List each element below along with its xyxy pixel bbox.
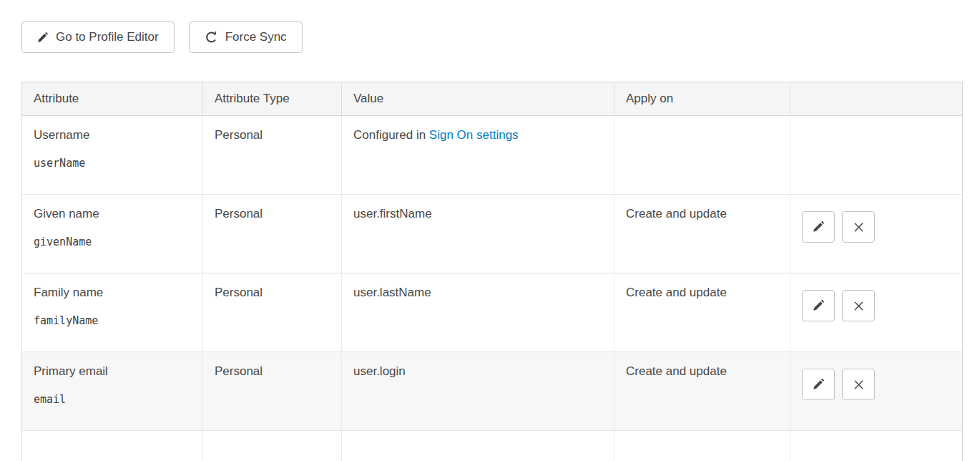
go-to-profile-editor-button[interactable]: Go to Profile Editor (21, 21, 175, 53)
close-icon (853, 301, 864, 311)
value-cell (342, 431, 614, 461)
attribute-label: Username (34, 128, 191, 142)
apply-on-cell: Create and update (614, 352, 790, 431)
remove-attribute-button[interactable] (842, 211, 875, 243)
remove-attribute-button[interactable] (842, 369, 875, 400)
attribute-mappings-table: Attribute Attribute Type Value Apply on … (21, 82, 963, 461)
value-text: Configured in (353, 128, 429, 142)
actions-cell (790, 431, 963, 461)
attribute-type-cell: Personal (203, 352, 342, 431)
actions-cell (790, 116, 963, 195)
refresh-icon (205, 31, 217, 44)
attribute-label: Given name (34, 207, 191, 221)
attribute-type-cell: Personal (203, 116, 342, 195)
attribute-cell (22, 431, 203, 461)
row-actions (802, 207, 951, 243)
go-to-profile-editor-label: Go to Profile Editor (56, 30, 159, 44)
force-sync-label: Force Sync (225, 30, 287, 44)
attribute-cell: Given name givenName (22, 195, 203, 273)
value-cell: user.login (342, 352, 614, 431)
force-sync-button[interactable]: Force Sync (189, 21, 303, 53)
table-row: Username userName Personal Configured in… (22, 116, 963, 195)
pencil-icon (37, 32, 48, 43)
pencil-icon (813, 300, 824, 311)
attribute-type-cell (203, 431, 342, 461)
attribute-variable-name: givenName (34, 236, 191, 248)
actions-cell (790, 273, 963, 352)
remove-attribute-button[interactable] (842, 290, 875, 321)
attribute-mappings-page: Go to Profile Editor Force Sync Attribut… (0, 0, 980, 461)
attribute-label: Primary email (34, 364, 191, 379)
column-header-attribute: Attribute (22, 82, 203, 116)
apply-on-cell (614, 431, 790, 461)
column-header-attribute-type: Attribute Type (203, 82, 342, 116)
attribute-type-cell: Personal (203, 195, 342, 273)
table-header-row: Attribute Attribute Type Value Apply on (22, 82, 963, 116)
value-cell: Configured in Sign On settings (342, 116, 614, 195)
row-actions (802, 364, 951, 400)
edit-attribute-button[interactable] (802, 211, 835, 243)
actions-cell (790, 352, 963, 431)
pencil-icon (813, 379, 824, 390)
attribute-variable-name: email (34, 393, 191, 406)
attribute-variable-name: familyName (34, 314, 191, 327)
edit-attribute-button[interactable] (802, 290, 835, 321)
column-header-apply-on: Apply on (614, 82, 790, 116)
attribute-label: Family name (34, 286, 191, 300)
attribute-cell: Family name familyName (22, 273, 203, 352)
attribute-variable-name: userName (34, 157, 191, 170)
close-icon (853, 379, 864, 390)
close-icon (853, 222, 864, 233)
attribute-cell: Username userName (22, 116, 203, 195)
column-header-actions (790, 82, 963, 116)
table-row: Family name familyName Personal user.las… (22, 273, 963, 352)
apply-on-cell: Create and update (614, 195, 790, 273)
table-row: Given name givenName Personal user.first… (22, 195, 963, 273)
actions-cell (790, 195, 963, 273)
apply-on-cell: Create and update (614, 273, 790, 352)
row-actions (802, 286, 951, 321)
value-cell: user.firstName (342, 195, 614, 273)
attribute-cell: Primary email email (22, 352, 203, 431)
pencil-icon (813, 221, 824, 233)
column-header-value: Value (342, 82, 614, 116)
edit-attribute-button[interactable] (802, 369, 835, 400)
table-row: Primary email email Personal user.login … (22, 352, 963, 431)
sign-on-settings-link[interactable]: Sign On settings (429, 128, 519, 142)
table-row-partial (22, 431, 963, 461)
value-cell: user.lastName (342, 273, 614, 352)
toolbar: Go to Profile Editor Force Sync (21, 21, 962, 53)
apply-on-cell (614, 116, 790, 195)
attribute-type-cell: Personal (203, 273, 342, 352)
